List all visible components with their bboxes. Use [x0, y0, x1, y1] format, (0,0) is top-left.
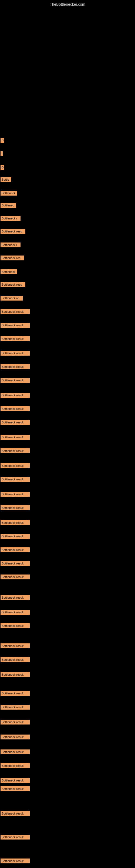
bottleneck-result-item: Bottleneck result: [1, 763, 30, 768]
bottleneck-result-item: Bottleneck result: [1, 575, 30, 579]
bottleneck-result-item: Bottleneck: [1, 269, 17, 274]
bottleneck-result-item: Bottleneck result: [1, 720, 30, 724]
bottleneck-result-item: Bottleneck result: [1, 811, 30, 816]
bottleneck-result-item: Bottleneck result: [1, 778, 30, 783]
bottleneck-result-item: Bottleneck result: [1, 477, 30, 482]
bottleneck-result-item: Bottleneck result: [1, 393, 30, 398]
bottleneck-result-item: Bottleneck result: [1, 323, 30, 328]
bottleneck-result-item: B: [1, 138, 4, 143]
bottleneck-result-item: Bottleneck result: [1, 534, 30, 539]
bottleneck-result-item: Bottleneck result: [1, 351, 30, 355]
bottleneck-result-item: Bottleneck result: [1, 492, 30, 497]
bottleneck-result-item: Bottleneck res: [1, 255, 24, 260]
bottleneck-result-item: Bottleneck result: [1, 406, 30, 411]
bottleneck-result-item: Bottleneck result: [1, 505, 30, 510]
bottleneck-result-item: Bottleneck result: [1, 561, 30, 566]
bottleneck-result-item: Bottleneck result: [1, 623, 30, 628]
bottleneck-result-item: Bottleneck result: [1, 657, 30, 662]
bottleneck-result-item: Bottleneck result: [1, 309, 30, 314]
bottleneck-result-item: Bottleneck result: [1, 735, 30, 739]
bottleneck-result-item: Bottleneck result: [1, 749, 30, 754]
bottleneck-result-item: Bottleneck resu: [1, 282, 26, 287]
bottleneck-result-item: Bottleneck result: [1, 610, 30, 615]
bottleneck-result-item: B: [1, 165, 4, 170]
bottleneck-result-item: Bottle: [1, 177, 11, 182]
bottleneck-result-item: Bottleneck result: [1, 672, 30, 677]
bottleneck-result-item: Bottleneck result: [1, 835, 30, 839]
bottleneck-result-item: Bottleneck r: [1, 243, 20, 247]
bottleneck-result-item: Bottleneck result: [1, 705, 30, 710]
bottleneck-result-item: Bottleneck result: [1, 786, 30, 791]
bottleneck-result-item: Bottleneck result: [1, 520, 30, 525]
bottleneck-result-item: Bottleneck r: [1, 216, 20, 221]
bottleneck-result-item: Bottleneck result: [1, 378, 30, 383]
bottleneck-result-item: Bottleneck result: [1, 336, 30, 341]
bottleneck-result-item: Bottleneck result: [1, 643, 30, 648]
bottleneck-result-item: Bottleneck result: [1, 547, 30, 552]
bottleneck-result-item: Bottleneck result: [1, 364, 30, 369]
bottleneck-result-item: Bottleneck result: [1, 420, 30, 425]
bottleneck-result-item: Bottleneck result: [1, 463, 30, 468]
bottleneck-result-item: Bottleneck re: [1, 296, 23, 301]
bottleneck-result-item: Bottleneck result: [1, 691, 30, 696]
bottleneck-result-item: Bottleneck result: [1, 448, 30, 453]
bottleneck-result-item: Bottleneck resu: [1, 229, 26, 234]
bottleneck-result-item: Bottleneck result: [1, 435, 30, 440]
bottleneck-result-item: Bottleneck: [1, 191, 17, 195]
bottleneck-result-item: Bottleneck result: [1, 595, 30, 600]
site-title: TheBottlenecker.com: [0, 0, 135, 8]
bottleneck-result-item: I: [1, 151, 3, 156]
bottleneck-result-item: Bottlenec: [1, 203, 16, 208]
bottleneck-result-item: Bottleneck result: [1, 859, 30, 863]
